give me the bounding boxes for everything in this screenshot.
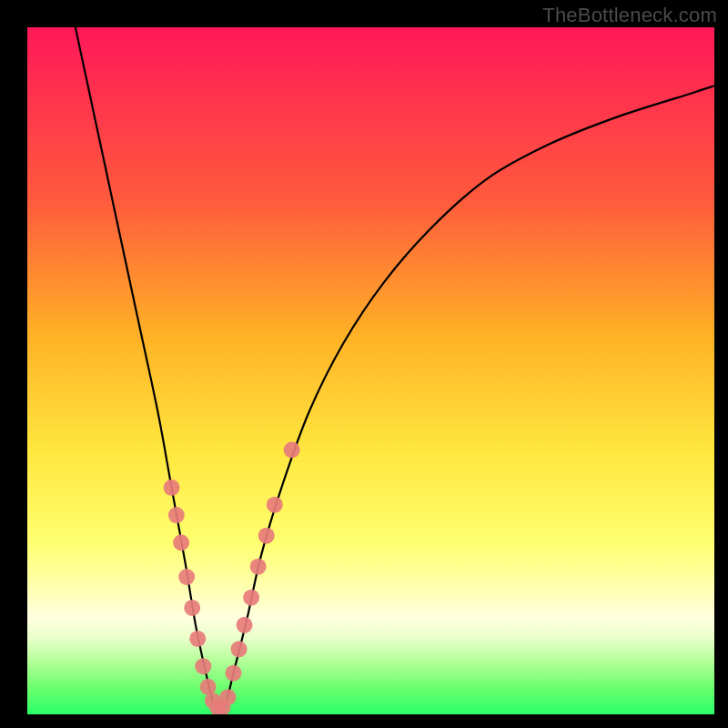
curve-marker — [237, 617, 253, 633]
curve-marker — [258, 528, 275, 544]
curve-marker — [243, 590, 259, 606]
curve-marker — [173, 534, 189, 551]
curve-marker — [231, 641, 248, 657]
curve-marker — [164, 480, 180, 496]
curve-marker — [184, 600, 200, 616]
curve-marker — [189, 631, 206, 647]
bottleneck-curve — [76, 27, 714, 711]
curve-marker — [168, 507, 185, 523]
curve-markers — [164, 441, 300, 714]
plot-area — [27, 27, 714, 714]
curve-marker — [226, 665, 242, 682]
watermark-text: TheBottleneck.com — [542, 4, 717, 27]
curve-marker — [178, 569, 195, 585]
bottleneck-curve-svg — [27, 27, 714, 714]
curve-marker — [195, 658, 211, 674]
curve-marker — [219, 689, 236, 705]
curve-marker — [250, 559, 267, 575]
curve-marker — [267, 497, 283, 513]
chart-frame: TheBottleneck.com — [0, 0, 728, 728]
curve-marker — [284, 441, 300, 458]
